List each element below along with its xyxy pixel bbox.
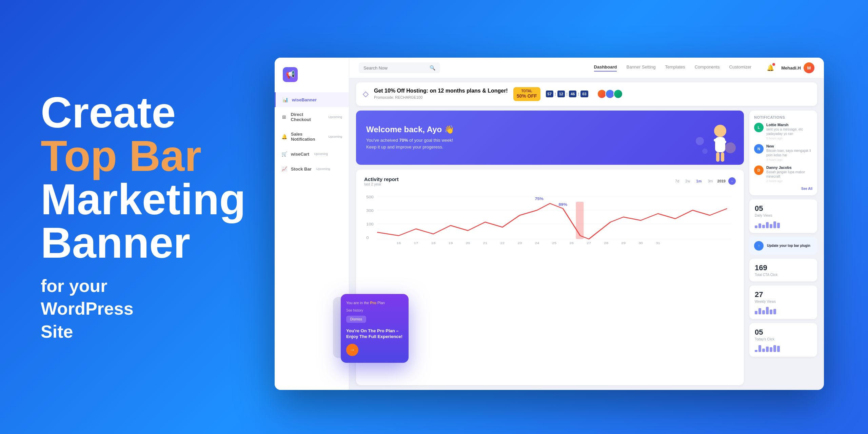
nav-tabs: Dashboard Banner Setting Templates Compo… bbox=[594, 64, 752, 72]
stat-card-daily-views: 05 Daily Views bbox=[749, 199, 817, 233]
stat-value-total-cta: 169 bbox=[755, 263, 812, 272]
notification-icon[interactable]: 🔔 bbox=[765, 62, 776, 73]
notif-msg-danny: Basah jangan lupa mabor minecraft bbox=[766, 170, 812, 179]
dismiss-button[interactable]: Dismiss bbox=[346, 316, 366, 323]
tab-dashboard[interactable]: Dashboard bbox=[594, 64, 617, 72]
headline-line1: Create bbox=[41, 91, 203, 134]
sidebar-label-direct-checkout: Direct Checkout bbox=[291, 112, 324, 122]
stat-label-total-cta: Total CTA Click bbox=[755, 273, 812, 277]
counter-seconds1: 46 bbox=[569, 91, 576, 97]
svg-text:89%: 89% bbox=[558, 203, 567, 206]
see-history-link[interactable]: See history bbox=[346, 309, 363, 312]
welcome-illustration bbox=[693, 121, 737, 165]
svg-text:75%: 75% bbox=[535, 197, 543, 200]
svg-text:29: 29 bbox=[621, 241, 626, 245]
promo-diamond-icon: ◇ bbox=[363, 90, 369, 98]
svg-rect-5 bbox=[721, 152, 724, 162]
pro-cta-button[interactable]: → bbox=[346, 344, 358, 356]
avatar: M bbox=[804, 62, 814, 73]
svg-text:21: 21 bbox=[483, 241, 487, 245]
update-text: Update your top bar plugin bbox=[767, 243, 810, 248]
notif-dot bbox=[772, 63, 775, 66]
sidebar-logo: 📢 bbox=[275, 58, 349, 89]
sidebar-item-wisebanner[interactable]: 📊 wiseBanner bbox=[275, 92, 349, 107]
dashboard-window: 📢 📊 wiseBanner ⊞ Direct Checkout Upcomin… bbox=[275, 58, 824, 390]
sidebar-label-wisecart: wiseCart bbox=[291, 152, 309, 157]
headline-line3: Marketing bbox=[41, 178, 203, 221]
svg-rect-4 bbox=[716, 152, 719, 162]
update-icon: ↑ bbox=[754, 241, 764, 251]
pro-promo-title: You're On The Pro Plan – Enjoy The Full … bbox=[346, 328, 403, 340]
counter-hours: 57 bbox=[546, 91, 553, 97]
stat-value-daily: 05 bbox=[755, 204, 812, 213]
pro-badge-bottom: You're On The Pro Plan – Enjoy The Full … bbox=[346, 328, 403, 356]
filter-1m[interactable]: 1m bbox=[694, 178, 703, 184]
svg-text:20: 20 bbox=[466, 241, 470, 245]
tab-banner-setting[interactable]: Banner Setting bbox=[626, 64, 655, 72]
activity-title: Activity report bbox=[364, 176, 399, 182]
filter-7d[interactable]: 7d bbox=[673, 178, 681, 184]
search-box[interactable]: 🔍 bbox=[359, 62, 440, 73]
chart-icon: 📊 bbox=[282, 97, 288, 102]
tab-templates[interactable]: Templates bbox=[665, 64, 685, 72]
topbar-actions: 🔔 Mehadi.H M bbox=[765, 62, 814, 73]
headline-line2: Top Bar bbox=[41, 134, 203, 178]
mini-chart-todays bbox=[755, 344, 812, 352]
promo-user-avatars bbox=[597, 89, 623, 99]
pro-plan-text: You are in the Pro Plan bbox=[346, 301, 385, 305]
notif-name-lottie: Lottie Marsh bbox=[766, 123, 812, 127]
stat-value-todays-click: 05 bbox=[755, 328, 812, 337]
tab-customizer[interactable]: Customizer bbox=[729, 64, 751, 72]
notif-time-lottie: 5 hours ago bbox=[766, 137, 812, 140]
grid-icon: ⊞ bbox=[281, 114, 287, 120]
svg-point-0 bbox=[714, 125, 726, 137]
svg-text:25: 25 bbox=[552, 241, 556, 245]
notif-time-new: 3 hours ago bbox=[766, 158, 812, 161]
activity-subtitle: last 2 year bbox=[364, 182, 399, 186]
welcome-title: Welcome back, Ayo 👋 bbox=[366, 125, 454, 134]
svg-text:500: 500 bbox=[366, 195, 373, 199]
svg-text:28: 28 bbox=[604, 241, 608, 245]
stat-label-todays-click: Today's Click bbox=[755, 337, 812, 341]
chart-year: 2019 bbox=[717, 179, 726, 183]
svg-point-6 bbox=[696, 137, 704, 145]
content-left: Welcome back, Ayo 👋 You've acheived 70% … bbox=[356, 111, 744, 385]
svg-text:31: 31 bbox=[656, 241, 660, 245]
left-panel: Create Top Bar Marketing Banner for your… bbox=[0, 64, 231, 371]
svg-text:300: 300 bbox=[366, 209, 373, 212]
bell-icon: 🔔 bbox=[281, 134, 287, 139]
user-name: Mehadi.H bbox=[781, 65, 801, 71]
stock-icon: 📈 bbox=[281, 166, 287, 172]
sidebar-item-sales-notification[interactable]: 🔔 Sales Notification Upcoming bbox=[275, 127, 349, 146]
headline-line4: Banner bbox=[41, 221, 203, 264]
filter-2w[interactable]: 2w bbox=[684, 178, 692, 184]
filter-3m[interactable]: 3m bbox=[706, 178, 714, 184]
svg-text:0: 0 bbox=[366, 236, 369, 239]
counter-minutes: 12 bbox=[557, 91, 565, 97]
notif-msg-new: Bitcoin loan, saya mengajak li poin kela… bbox=[766, 149, 812, 157]
svg-text:27: 27 bbox=[587, 241, 591, 245]
search-input[interactable] bbox=[363, 65, 427, 71]
update-banner: ↑ Update your top bar plugin bbox=[749, 237, 817, 255]
topbar: 🔍 Dashboard Banner Setting Templates Com… bbox=[349, 58, 824, 78]
sidebar-item-stock-bar[interactable]: 📈 Stock Bar Upcoming bbox=[275, 161, 349, 176]
cart-icon: 🛒 bbox=[281, 151, 287, 157]
notif-avatar-new: N bbox=[754, 144, 764, 154]
sidebar-label-sales-notification: Sales Notification bbox=[291, 132, 323, 142]
logo-icon: 📢 bbox=[283, 67, 298, 82]
notif-time-danny: 2 hours ago bbox=[766, 179, 812, 183]
promo-text: Get 10% Off Hosting: on 12 months plans … bbox=[374, 88, 508, 100]
svg-point-7 bbox=[702, 149, 708, 154]
floating-pro-card: You are in the Pro Plan See history Dism… bbox=[341, 294, 409, 363]
tab-components[interactable]: Components bbox=[695, 64, 720, 72]
search-icon: 🔍 bbox=[430, 65, 435, 71]
activity-card: Activity report last 2 year 7d 2w 1m 3m … bbox=[356, 170, 744, 385]
sidebar-item-direct-checkout[interactable]: ⊞ Direct Checkout Upcoming bbox=[275, 107, 349, 127]
sidebar-item-wisecart[interactable]: 🛒 wiseCart Upcoming bbox=[275, 146, 349, 161]
svg-text:17: 17 bbox=[414, 241, 418, 245]
sidebar-label-stock-bar: Stock Bar bbox=[291, 166, 312, 172]
see-all-button[interactable]: See All bbox=[754, 187, 812, 191]
stat-card-weekly-views: 27 Weekly Views bbox=[749, 285, 817, 319]
notif-header: NOTIFICATIONS bbox=[754, 115, 812, 119]
chart-nav-btn[interactable]: › bbox=[728, 177, 736, 185]
